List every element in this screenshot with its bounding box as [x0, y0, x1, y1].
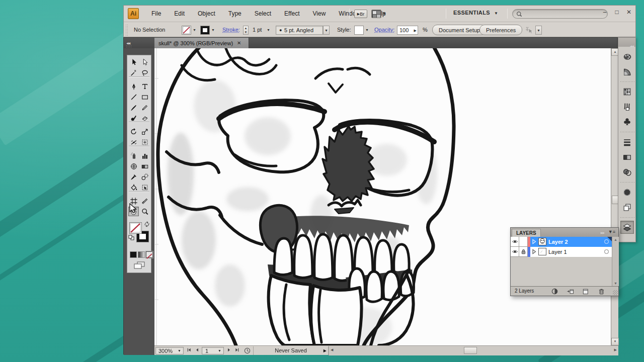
swatches-panel-icon[interactable] [620, 85, 634, 98]
menu-view[interactable]: View [306, 8, 333, 19]
target-circle-icon[interactable] [604, 249, 609, 254]
preferences-button[interactable]: Preferences [479, 25, 522, 35]
scroll-left-icon[interactable]: ◀ [331, 348, 333, 352]
last-artboard-button[interactable] [234, 347, 241, 354]
menu-type[interactable]: Type [222, 8, 248, 19]
menu-object[interactable]: Object [191, 8, 222, 19]
dock-group-separator[interactable] [620, 217, 634, 219]
layer-thumbnail[interactable] [538, 238, 546, 245]
menu-effect[interactable]: Effect [278, 8, 306, 19]
arrange-documents-button[interactable] [371, 10, 381, 18]
style-swatch[interactable] [354, 26, 364, 35]
appearance-panel-icon[interactable] [620, 186, 634, 199]
status-expand-icon[interactable]: ▶ [324, 348, 327, 353]
menu-select[interactable]: Select [248, 8, 278, 19]
horizontal-scrollbar[interactable]: ◀ ▶ [329, 346, 618, 355]
stroke-dropdown[interactable]: ▼ [211, 28, 215, 32]
dock-group-separator[interactable] [620, 182, 634, 184]
stroke-panel-icon[interactable] [620, 135, 634, 148]
slice-tool[interactable] [139, 196, 150, 206]
search-input[interactable] [512, 9, 608, 19]
menu-edit[interactable]: Edit [168, 8, 191, 19]
none-mode-button[interactable] [146, 251, 153, 258]
brush-preset-field[interactable]: ● 5 pt. Angled [276, 26, 323, 35]
column-graph-tool[interactable] [139, 151, 150, 160]
close-button[interactable]: ✕ [625, 9, 632, 16]
maximize-button[interactable]: □ [613, 9, 620, 16]
horizontal-scroll-thumb[interactable] [464, 347, 477, 354]
gradient-mode-button[interactable] [138, 251, 145, 258]
scale-tool[interactable] [139, 127, 150, 136]
expand-triangle-icon[interactable] [532, 249, 536, 254]
collapse-toolbar-icon[interactable]: ◀◀ [126, 41, 130, 45]
layers-panel-header[interactable]: LAYERS ▶▶ ▼≡ [511, 228, 618, 237]
stroke-weight-dropdown[interactable]: ▼ [267, 28, 270, 32]
pen-tool[interactable] [128, 81, 139, 91]
save-status-field[interactable]: Never Saved ▶ [253, 346, 329, 355]
visibility-toggle[interactable] [511, 237, 519, 247]
transparency-panel-icon[interactable] [620, 165, 634, 178]
app-logo[interactable]: Ai [128, 8, 139, 19]
stroke-black-swatch[interactable] [200, 26, 210, 35]
new-sublayer-button[interactable] [567, 288, 575, 295]
new-layer-button[interactable] [582, 288, 590, 295]
eyedropper-tool[interactable] [128, 172, 139, 182]
direct-selection-tool[interactable] [139, 57, 150, 67]
tab-close-icon[interactable]: ✕ [237, 40, 241, 46]
fill-dropdown[interactable]: ▼ [193, 28, 196, 32]
scroll-down-icon[interactable]: ▼ [611, 338, 619, 345]
opacity-field[interactable]: 100 ▶ [397, 26, 418, 35]
color-mode-button[interactable] [130, 251, 137, 258]
style-dropdown[interactable]: ▼ [365, 28, 369, 32]
swap-fill-stroke-icon[interactable] [144, 221, 150, 227]
layer-name[interactable]: Layer 1 [548, 249, 567, 255]
symbol-sprayer-tool[interactable] [128, 151, 139, 160]
layers-scrollbar[interactable]: ▲ ▼ [612, 237, 619, 286]
fill-color-swatch[interactable] [129, 222, 142, 234]
minimize-button[interactable]: – [601, 9, 608, 16]
artboard-canvas[interactable] [154, 48, 611, 345]
color-panel-icon[interactable] [620, 50, 634, 63]
color-guide-panel-icon[interactable] [620, 65, 634, 78]
layers-panel-tab[interactable]: LAYERS [512, 229, 541, 237]
select-similar-icon[interactable] [525, 26, 534, 35]
draw-normal-mode-button[interactable] [133, 261, 146, 269]
graphic-styles-panel-icon[interactable] [620, 201, 634, 214]
scroll-down-icon[interactable]: ▼ [614, 282, 617, 285]
document-tab[interactable]: skull* @ 300% (RGB/Preview) ✕ [154, 38, 249, 48]
expand-triangle-icon[interactable] [532, 239, 536, 244]
arrange-documents-dropdown[interactable]: ▼ [382, 12, 386, 16]
stroke-weight-stepper[interactable]: ▲▼ [243, 26, 249, 35]
scroll-right-icon[interactable]: ▶ [614, 348, 617, 352]
scroll-up-icon[interactable]: ▲ [614, 238, 617, 241]
dock-header[interactable]: ◀◀ [618, 38, 635, 47]
lock-toggle[interactable] [519, 247, 528, 257]
brushes-panel-icon[interactable] [620, 100, 634, 113]
trash-icon[interactable] [598, 288, 606, 295]
paintbrush-tool[interactable] [128, 103, 139, 112]
fill-none-swatch[interactable] [182, 26, 191, 35]
stroke-weight-value[interactable]: 1 pt [253, 27, 262, 33]
zoom-tool[interactable] [139, 207, 150, 216]
blend-tool[interactable] [139, 172, 150, 182]
layers-panel-icon[interactable] [620, 221, 634, 234]
opacity-dropdown[interactable]: ▶ [414, 29, 417, 33]
default-fill-stroke-icon[interactable] [128, 235, 134, 240]
mesh-tool[interactable] [128, 161, 139, 171]
layer-thumbnail[interactable] [538, 248, 546, 255]
dock-group-separator[interactable] [620, 81, 634, 83]
menu-file[interactable]: File [145, 8, 168, 19]
status-menu-icon[interactable] [244, 347, 251, 354]
visibility-toggle[interactable] [511, 247, 519, 257]
first-artboard-button[interactable] [186, 347, 193, 354]
dock-group-separator[interactable] [620, 131, 634, 133]
brush-preset-dropdown[interactable]: ▼ [323, 26, 330, 35]
collapse-panel-icon[interactable]: ▶▶ [601, 231, 604, 234]
clipping-mask-button[interactable] [551, 288, 559, 295]
zoom-level-select[interactable]: 300% ▼ [155, 347, 184, 354]
previous-artboard-button[interactable] [194, 347, 201, 354]
lock-toggle[interactable] [519, 237, 528, 247]
bridge-button[interactable]: ▶ Br [354, 10, 367, 18]
rotate-tool[interactable] [128, 127, 139, 136]
layer-name[interactable]: Layer 2 [548, 239, 568, 245]
